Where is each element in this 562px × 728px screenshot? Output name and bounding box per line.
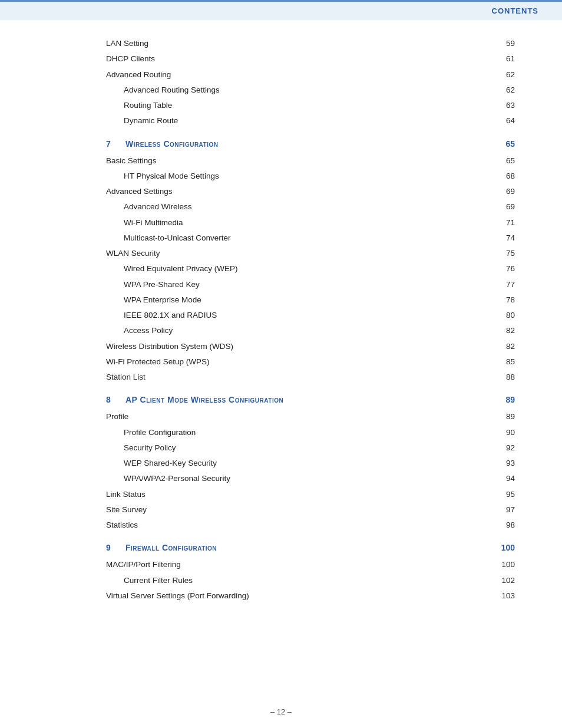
toc-entry: Advanced Settings 69 (106, 186, 515, 197)
toc-entry: Routing Table 63 (106, 100, 515, 111)
toc-entry-text: MAC/IP/Port Filtering (106, 559, 497, 571)
chapter-entry: 7 Wireless Configuration 65 (106, 138, 515, 150)
toc-entry-page: 77 (497, 279, 515, 291)
toc-entry-text: Wi-Fi Protected Setup (WPS) (106, 356, 497, 368)
toc-entry: WLAN Security 75 (106, 248, 515, 259)
toc-entry-text: Basic Settings (106, 155, 497, 167)
toc-entry-page: 82 (497, 341, 515, 353)
toc-entry: Advanced Wireless 69 (106, 201, 515, 213)
header-bar: Contents (0, 0, 562, 20)
toc-entry-page: 85 (497, 356, 515, 368)
toc-entry-page: 68 (497, 170, 515, 182)
toc-entry-page: 98 (497, 519, 515, 531)
toc-entry-text: Advanced Routing Settings (106, 84, 497, 96)
chapter-title: AP Client Mode Wireless Configuration (125, 394, 497, 406)
toc-entry: Wired Equivalent Privacy (WEP) 76 (106, 263, 515, 275)
toc-entry-page: 69 (497, 186, 515, 197)
toc-entry: Wi-Fi Multimedia 71 (106, 217, 515, 229)
toc-entry-text: WPA Enterprise Mode (106, 294, 497, 306)
toc-entry: Station List 88 (106, 371, 515, 383)
chapter-page-number: 100 (497, 542, 515, 554)
toc-entry-text: Advanced Routing (106, 69, 497, 81)
toc-entry: Basic Settings 65 (106, 155, 515, 167)
toc-entry-page: 103 (497, 590, 515, 602)
page-container: Contents LAN Setting 59 DHCP Clients 61 … (0, 0, 562, 728)
toc-entry-text: LAN Setting (106, 38, 497, 50)
toc-entry-text: IEEE 802.1X and RADIUS (106, 309, 497, 321)
toc-entry-page: 88 (497, 371, 515, 383)
toc-entry: Security Policy 92 (106, 442, 515, 454)
toc-entry-text: Multicast-to-Unicast Converter (106, 232, 497, 244)
chapter-page-number: 65 (497, 138, 515, 150)
toc-entry-page: 89 (497, 411, 515, 423)
toc-entry: WPA Pre-Shared Key 77 (106, 279, 515, 291)
toc-entry-page: 92 (497, 442, 515, 454)
toc-entry-page: 63 (497, 100, 515, 111)
toc-entry-text: Advanced Settings (106, 186, 497, 197)
chapter-number: 7 (106, 138, 121, 150)
toc-entry: Dynamic Route 64 (106, 115, 515, 127)
toc-entry: WPA Enterprise Mode 78 (106, 294, 515, 306)
footer: – 12 – (0, 707, 562, 716)
toc-entry-text: Profile (106, 411, 497, 423)
toc-entry-page: 59 (497, 38, 515, 50)
toc-entry-page: 75 (497, 248, 515, 259)
toc-entry-text: Wi-Fi Multimedia (106, 217, 497, 229)
toc-entry-text: WPA/WPA2-Personal Security (106, 473, 497, 485)
toc-entry-text: Access Policy (106, 325, 497, 337)
page-number: – 12 – (270, 707, 292, 716)
toc-entry: MAC/IP/Port Filtering 100 (106, 559, 515, 571)
toc-entry-page: 90 (497, 427, 515, 439)
toc-entry-text: Wired Equivalent Privacy (WEP) (106, 263, 497, 275)
toc-entry-page: 80 (497, 309, 515, 321)
toc-entry-page: 82 (497, 325, 515, 337)
toc-entry-text: Routing Table (106, 100, 497, 111)
toc-entry-page: 94 (497, 473, 515, 485)
toc-entry-text: WEP Shared-Key Security (106, 457, 497, 469)
chapter-number: 8 (106, 394, 121, 406)
toc-entry: Access Policy 82 (106, 325, 515, 337)
toc-entry-page: 76 (497, 263, 515, 275)
toc-entry: Site Survey 97 (106, 504, 515, 516)
toc-entry-text: Dynamic Route (106, 115, 497, 127)
chapter-title: Wireless Configuration (125, 138, 497, 150)
toc-entry: Profile Configuration 90 (106, 427, 515, 439)
toc-entry-page: 74 (497, 232, 515, 244)
chapter-title: Firewall Configuration (125, 542, 497, 554)
toc-entry-text: Statistics (106, 519, 497, 531)
toc-entry: Wireless Distribution System (WDS) 82 (106, 341, 515, 353)
toc-entry: IEEE 802.1X and RADIUS 80 (106, 309, 515, 321)
toc-entry-text: Advanced Wireless (106, 201, 497, 213)
chapter-entry: 9 Firewall Configuration 100 (106, 542, 515, 554)
toc-entry: DHCP Clients 61 (106, 53, 515, 65)
toc-entry-page: 93 (497, 457, 515, 469)
toc-entry-page: 62 (497, 69, 515, 81)
content-area: LAN Setting 59 DHCP Clients 61 Advanced … (0, 20, 562, 629)
toc-entry: Wi-Fi Protected Setup (WPS) 85 (106, 356, 515, 368)
toc-entry: HT Physical Mode Settings 68 (106, 170, 515, 182)
toc-entry-text: HT Physical Mode Settings (106, 170, 497, 182)
toc-entry: LAN Setting 59 (106, 38, 515, 50)
chapter-number: 9 (106, 542, 121, 554)
chapter-page-number: 89 (497, 394, 515, 406)
toc-entry-page: 100 (497, 559, 515, 571)
toc-entry-text: Wireless Distribution System (WDS) (106, 341, 497, 353)
toc-entry: Link Status 95 (106, 489, 515, 500)
toc-entry-text: Security Policy (106, 442, 497, 454)
toc-entry: Current Filter Rules 102 (106, 575, 515, 587)
toc-entry-text: WPA Pre-Shared Key (106, 279, 497, 291)
toc-entry-page: 71 (497, 217, 515, 229)
toc-entry-text: Station List (106, 371, 497, 383)
toc-entry-text: DHCP Clients (106, 53, 497, 65)
toc-entry: Statistics 98 (106, 519, 515, 531)
toc-entry-text: WLAN Security (106, 248, 497, 259)
toc-entry: Advanced Routing Settings 62 (106, 84, 515, 96)
toc-entry-page: 78 (497, 294, 515, 306)
toc-entry-text: Profile Configuration (106, 427, 497, 439)
toc-entry: WEP Shared-Key Security 93 (106, 457, 515, 469)
toc-entry: Advanced Routing 62 (106, 69, 515, 81)
toc-entry-text: Site Survey (106, 504, 497, 516)
toc-entry-page: 62 (497, 84, 515, 96)
toc-entry: Virtual Server Settings (Port Forwarding… (106, 590, 515, 602)
toc-entry-text: Current Filter Rules (106, 575, 497, 587)
